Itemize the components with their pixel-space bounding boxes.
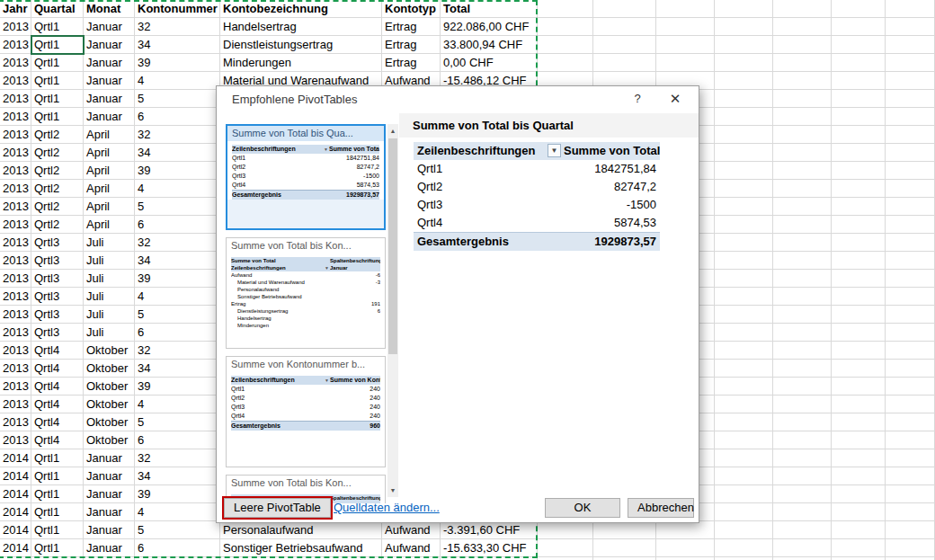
cell-empty[interactable] xyxy=(715,108,773,126)
cell-empty[interactable] xyxy=(773,198,832,216)
cell-empty[interactable] xyxy=(538,18,593,36)
cell-kontonummer[interactable]: 34 xyxy=(135,467,220,485)
cell-kontonummer[interactable]: 32 xyxy=(135,234,220,252)
col-header-empty[interactable] xyxy=(715,0,773,18)
cell-kontonummer[interactable]: 4 xyxy=(135,396,220,413)
cell-kontonummer[interactable]: 5 xyxy=(135,306,220,324)
cell-empty[interactable] xyxy=(773,521,832,539)
cell-jahr[interactable]: 2014 xyxy=(0,467,31,485)
cell-empty[interactable] xyxy=(715,539,773,557)
cell-quartal[interactable]: Qrtl1 xyxy=(31,54,84,72)
cell-kontobezeichnung[interactable]: Personalaufwand xyxy=(220,521,382,539)
cell-jahr[interactable]: 2013 xyxy=(0,360,31,378)
cell-empty[interactable] xyxy=(773,485,832,503)
cell-empty[interactable] xyxy=(832,467,886,485)
cell-kontonummer[interactable]: 32 xyxy=(135,126,220,144)
col-header-empty[interactable] xyxy=(773,0,832,18)
cell-total[interactable]: 0,00 CHF xyxy=(441,54,538,72)
cell-empty[interactable] xyxy=(886,162,935,180)
cell-empty[interactable] xyxy=(593,54,656,72)
cell-monat[interactable]: April xyxy=(84,162,135,180)
cell-monat[interactable]: Oktober xyxy=(84,360,135,378)
cell-empty[interactable] xyxy=(538,539,593,557)
cell-empty[interactable] xyxy=(773,378,832,396)
cell-empty[interactable] xyxy=(773,288,832,306)
cell-kontonummer[interactable]: 39 xyxy=(135,270,220,288)
cell-monat[interactable]: April xyxy=(84,126,135,144)
cell-empty[interactable] xyxy=(715,413,773,431)
cell-empty[interactable] xyxy=(715,378,773,396)
cell-jahr[interactable]: 2013 xyxy=(0,198,31,216)
cell-quartal[interactable]: Qrtl4 xyxy=(31,431,84,449)
cell-jahr[interactable]: 2014 xyxy=(0,485,31,503)
cell-empty[interactable] xyxy=(715,360,773,378)
cell-monat[interactable]: Januar xyxy=(84,485,135,503)
cell-kontonummer[interactable]: 6 xyxy=(135,108,220,126)
cell-kontonummer[interactable]: 34 xyxy=(135,144,220,162)
cell-empty[interactable] xyxy=(886,503,935,521)
cell-quartal[interactable]: Qrtl4 xyxy=(31,360,84,378)
cell-monat[interactable]: Januar xyxy=(84,72,135,90)
cell-quartal[interactable]: Qrtl3 xyxy=(31,252,84,270)
cell-kontonummer[interactable]: 6 xyxy=(135,216,220,234)
cell-empty[interactable] xyxy=(773,342,832,360)
cell-empty[interactable] xyxy=(715,342,773,360)
cell-monat[interactable]: April xyxy=(84,216,135,234)
cell-kontonummer[interactable]: 39 xyxy=(135,485,220,503)
cell-empty[interactable] xyxy=(886,108,935,126)
cell-quartal[interactable]: Qrtl1 xyxy=(31,108,84,126)
cell-kontobezeichnung[interactable]: Dienstleistungsertrag xyxy=(220,36,382,54)
cell-jahr[interactable]: 2013 xyxy=(0,162,31,180)
cell-empty[interactable] xyxy=(715,306,773,324)
cell-empty[interactable] xyxy=(715,162,773,180)
cell-jahr[interactable]: 2013 xyxy=(0,180,31,198)
cell-kontonummer[interactable]: 34 xyxy=(135,252,220,270)
cell-empty[interactable] xyxy=(832,180,886,198)
cell-empty[interactable] xyxy=(832,342,886,360)
cell-empty[interactable] xyxy=(715,270,773,288)
cell-empty[interactable] xyxy=(832,521,886,539)
cell-empty[interactable] xyxy=(593,18,656,36)
cell-empty[interactable] xyxy=(773,72,832,90)
cell-kontobezeichnung[interactable]: Minderungen xyxy=(220,54,382,72)
pivot-thumbnail-kontonummer-by-quartal[interactable]: Summe von Kontonummer b... Zeilenbeschri… xyxy=(226,356,386,467)
cell-empty[interactable] xyxy=(773,413,832,431)
cell-empty[interactable] xyxy=(656,54,715,72)
cell-empty[interactable] xyxy=(773,270,832,288)
col-header-empty[interactable] xyxy=(832,0,886,18)
col-header-total[interactable]: Total xyxy=(441,0,538,18)
cell-empty[interactable] xyxy=(832,108,886,126)
cell-jahr[interactable]: 2013 xyxy=(0,90,31,108)
cell-jahr[interactable]: 2013 xyxy=(0,324,31,342)
cell-empty[interactable] xyxy=(656,521,715,539)
cell-empty[interactable] xyxy=(715,485,773,503)
cell-empty[interactable] xyxy=(715,467,773,485)
cell-kontonummer[interactable]: 5 xyxy=(135,90,220,108)
cell-kontonummer[interactable]: 6 xyxy=(135,539,220,557)
cell-empty[interactable] xyxy=(886,126,935,144)
cell-monat[interactable]: April xyxy=(84,198,135,216)
cell-empty[interactable] xyxy=(832,324,886,342)
cell-kontobezeichnung[interactable]: Sonstiger Betriebsaufwand xyxy=(220,539,382,557)
cell-empty[interactable] xyxy=(593,36,656,54)
cell-empty[interactable] xyxy=(773,324,832,342)
cell-monat[interactable]: Januar xyxy=(84,449,135,467)
cell-jahr[interactable]: 2014 xyxy=(0,503,31,521)
cell-empty[interactable] xyxy=(886,306,935,324)
cell-jahr[interactable]: 2013 xyxy=(0,431,31,449)
cell-jahr[interactable]: 2014 xyxy=(0,449,31,467)
cell-jahr[interactable]: 2013 xyxy=(0,72,31,90)
cell-monat[interactable]: Juli xyxy=(84,288,135,306)
cell-quartal[interactable]: Qrtl2 xyxy=(31,144,84,162)
cell-kontonummer[interactable]: 4 xyxy=(135,180,220,198)
cell-jahr[interactable]: 2013 xyxy=(0,342,31,360)
cell-kontonummer[interactable]: 39 xyxy=(135,162,220,180)
cancel-button[interactable]: Abbrechen xyxy=(628,498,694,518)
cell-quartal[interactable]: Qrtl1 xyxy=(31,36,84,54)
cell-monat[interactable]: Oktober xyxy=(84,342,135,360)
cell-empty[interactable] xyxy=(832,18,886,36)
cell-empty[interactable] xyxy=(832,144,886,162)
cell-empty[interactable] xyxy=(773,360,832,378)
col-header-quartal[interactable]: Quartal xyxy=(31,0,84,18)
cell-empty[interactable] xyxy=(715,72,773,90)
